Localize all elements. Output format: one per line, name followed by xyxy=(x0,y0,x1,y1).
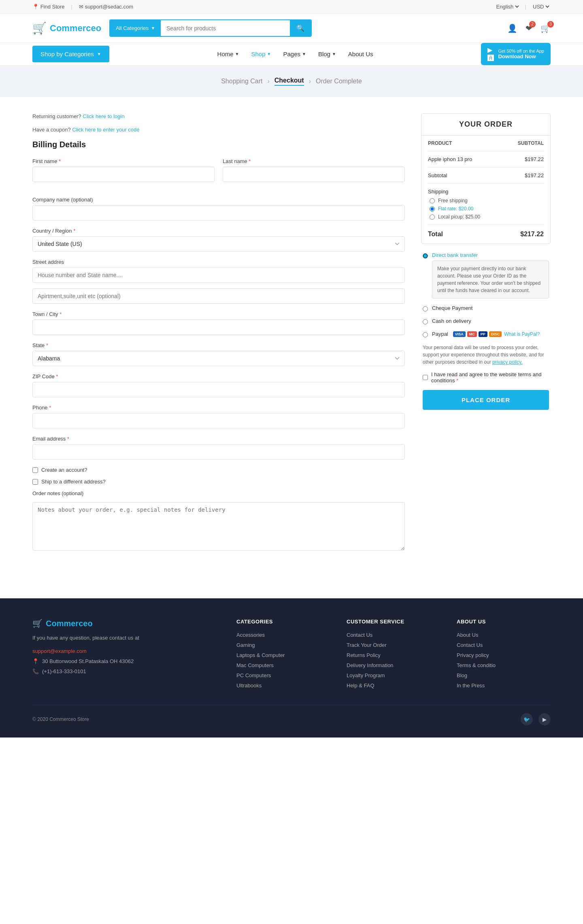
cs-returns[interactable]: Returns Policy xyxy=(347,652,440,658)
nav-home[interactable]: Home ▼ xyxy=(217,43,239,65)
cat-mac[interactable]: Mac Computers xyxy=(236,662,330,668)
cs-faq[interactable]: Help & FAQ xyxy=(347,682,440,689)
youtube-icon[interactable]: ▶ xyxy=(538,713,551,725)
about-contact[interactable]: Contact Us xyxy=(457,642,551,648)
free-shipping-option[interactable]: Free shipping xyxy=(430,198,544,203)
top-bar-right: English | USD xyxy=(495,3,551,10)
cod-label: Cash on delivery xyxy=(432,318,471,324)
nav-pages[interactable]: Pages ▼ xyxy=(283,43,306,65)
breadcrumb-complete: Order Complete xyxy=(316,78,362,85)
first-name-input[interactable] xyxy=(32,167,215,182)
state-select[interactable]: Alabama xyxy=(32,351,405,366)
login-link[interactable]: Click here to login xyxy=(83,113,124,119)
order-notes-textarea[interactable] xyxy=(32,502,405,551)
shop-by-categories-button[interactable]: Shop by Categories ▼ xyxy=(32,46,109,62)
terms-checkbox-input[interactable] xyxy=(423,375,428,380)
app-download-banner[interactable]: ▶ 🅰 Get 50% off on the App Download Now xyxy=(481,43,551,65)
footer-logo: 🛒 Commerceo xyxy=(32,619,220,628)
cat-ultrabooks[interactable]: Ultrabooks xyxy=(236,682,330,689)
nav-shop[interactable]: Shop ▼ xyxy=(251,43,271,65)
about-press[interactable]: In the Press xyxy=(457,682,551,689)
nav-blog[interactable]: Blog ▼ xyxy=(318,43,336,65)
cod-radio[interactable] xyxy=(423,319,428,324)
place-order-button[interactable]: PLACE ORDER xyxy=(423,390,549,410)
flat-rate-option[interactable]: Flat rate: $20.00 xyxy=(430,206,544,212)
street-input[interactable] xyxy=(32,267,405,283)
order-notes-label: Order notes (optional) xyxy=(32,490,405,496)
phone-input[interactable] xyxy=(32,413,405,428)
visa-badge: VISA xyxy=(453,331,466,337)
cheque-label: Cheque Payment xyxy=(432,305,472,311)
local-pickup-option[interactable]: Local picup: $25.00 xyxy=(430,214,544,220)
what-paypal-link[interactable]: What is PayPal? xyxy=(504,331,540,337)
cat-laptops[interactable]: Laptops & Computer xyxy=(236,652,330,658)
direct-bank-radio[interactable] xyxy=(423,253,428,259)
discover-badge: DISC xyxy=(489,331,502,337)
cheque-radio[interactable] xyxy=(423,306,428,312)
footer-brand-col: 🛒 Commerceo If you have any question, pl… xyxy=(32,619,220,689)
about-terms[interactable]: Terms & conditio xyxy=(457,662,551,668)
last-name-label: Last name * xyxy=(223,158,405,164)
header: 🛒 Commerceo All Categories ▼ 🔍 👤 ❤ 2 🛒 3 xyxy=(0,14,583,43)
company-input[interactable] xyxy=(32,205,405,220)
find-store[interactable]: 📍 Find Store xyxy=(32,4,65,10)
currency-select[interactable]: USD xyxy=(531,3,551,10)
cs-delivery[interactable]: Delivery Information xyxy=(347,662,440,668)
paypal-radio[interactable] xyxy=(423,332,428,337)
breadcrumb-section: Shopping Cart › Checkout › Order Complet… xyxy=(0,66,583,97)
paypal-option: Paypal VISA MC PP DISC What is PayPal? xyxy=(423,331,549,337)
user-icon[interactable]: 👤 xyxy=(507,23,517,33)
zip-input[interactable] xyxy=(32,382,405,397)
cs-track[interactable]: Track Your Order xyxy=(347,642,440,648)
footer-customer-col: CUSTOMER SERVICE Contact Us Track Your O… xyxy=(347,619,440,689)
ship-different-checkbox[interactable]: Ship to a different address? xyxy=(32,479,405,485)
about-links: About Us Contact Us Privacy policy Terms… xyxy=(457,632,551,689)
last-name-input[interactable] xyxy=(223,167,405,182)
about-privacy[interactable]: Privacy policy xyxy=(457,652,551,658)
footer-address: 📍 30 Buttonwood St.Pataskala OH 43062 xyxy=(32,658,220,664)
city-input[interactable] xyxy=(32,320,405,335)
pp-badge: PP xyxy=(479,331,487,337)
language-select[interactable]: English xyxy=(495,3,520,10)
location-icon: 📍 xyxy=(32,658,39,664)
country-label: Country / Region * xyxy=(32,228,405,234)
main-content: Returning customer? Click here to login … xyxy=(0,97,583,574)
breadcrumb-cart[interactable]: Shopping Cart xyxy=(221,78,262,85)
support-email[interactable]: ✉ support@sedac.com xyxy=(79,4,133,10)
cat-pc[interactable]: PC Computers xyxy=(236,672,330,678)
nav-links: Home ▼ Shop ▼ Pages ▼ Blog ▼ About Us xyxy=(217,43,373,65)
street2-input[interactable] xyxy=(32,288,405,304)
first-name-label: First name * xyxy=(32,158,215,164)
about-blog[interactable]: Blog xyxy=(457,672,551,678)
about-us-link[interactable]: About Us xyxy=(457,632,551,638)
top-bar-left: 📍 Find Store | ✉ support@sedac.com xyxy=(32,4,133,10)
wishlist-icon[interactable]: ❤ 2 xyxy=(526,23,532,33)
breadcrumb: Shopping Cart › Checkout › Order Complet… xyxy=(32,77,551,86)
search-button[interactable]: 🔍 xyxy=(290,20,311,36)
footer-description: If you have any question, please contact… xyxy=(32,634,220,642)
search-input[interactable] xyxy=(161,20,290,36)
privacy-policy-link[interactable]: privacy policy. xyxy=(492,359,522,365)
email-input[interactable] xyxy=(32,444,405,460)
category-dropdown[interactable]: All Categories ▼ xyxy=(110,20,161,36)
create-account-checkbox[interactable]: Create an account? xyxy=(32,467,405,473)
company-group: Company name (optional) xyxy=(32,197,405,220)
phone-label: Phone * xyxy=(32,405,405,411)
country-select[interactable]: United State (US) xyxy=(32,236,405,252)
direct-bank-label: Direct bank transfer xyxy=(432,252,549,258)
cat-accessories[interactable]: Accessories xyxy=(236,632,330,638)
twitter-icon[interactable]: 🐦 xyxy=(521,713,533,725)
footer-email-link[interactable]: support@example.com xyxy=(32,648,220,654)
logo[interactable]: 🛒 Commerceo xyxy=(32,21,101,35)
cs-loyalty[interactable]: Loyalty Program xyxy=(347,672,440,678)
returning-notice: Returning customer? Click here to login xyxy=(32,113,405,119)
state-group: State * Alabama xyxy=(32,342,405,366)
coupon-link[interactable]: Click here to enter your code xyxy=(72,127,139,133)
cod-option: Cash on delivery xyxy=(423,318,549,324)
cheque-option: Cheque Payment xyxy=(423,305,549,312)
cat-gaming[interactable]: Gaming xyxy=(236,642,330,648)
nav-about-us[interactable]: About Us xyxy=(348,43,373,65)
terms-checkbox[interactable]: I have read and agree to the website ter… xyxy=(423,371,549,384)
cart-icon[interactable]: 🛒 3 xyxy=(540,23,551,33)
cs-contact[interactable]: Contact Us xyxy=(347,632,440,638)
